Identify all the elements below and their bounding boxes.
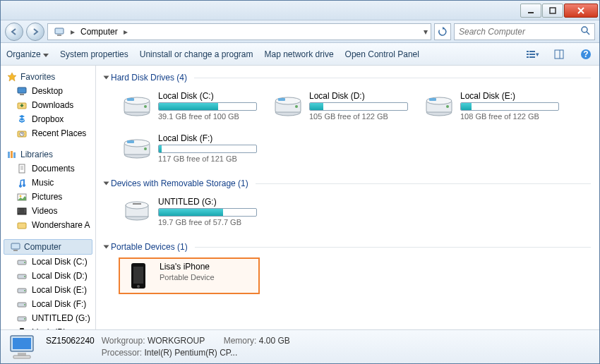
sidebar-item-label: Music [32,178,54,188]
drive-icon [272,91,304,119]
svg-rect-23 [11,151,13,158]
sidebar-item-label: Recent Places [32,128,86,138]
system-properties-button[interactable]: System properties [60,49,128,59]
address-bar[interactable]: ▸ Computer ▸ ▾ [47,23,431,40]
portable-section-header[interactable]: Portable Devices (1) [104,239,591,255]
drive-item[interactable]: Local Disk (E:)108 GB free of 122 GB [421,88,562,123]
drive-name: Local Disk (D:) [309,91,408,101]
sidebar-item-pictures[interactable]: Pictures [1,190,95,204]
drive-item[interactable]: Local Disk (D:)105 GB free of 122 GB [270,88,411,123]
svg-rect-36 [25,210,25,211]
svg-rect-18 [20,94,24,95]
sidebar-item-disk-c[interactable]: Local Disk (C:) [1,255,95,269]
svg-point-72 [144,147,147,150]
svg-rect-0 [528,12,534,13]
sidebar-item-label: Local Disk (E:) [32,285,87,295]
svg-rect-6 [527,51,529,52]
map-drive-button[interactable]: Map network drive [265,49,334,59]
control-panel-button[interactable]: Open Control Panel [345,49,419,59]
videos-icon [16,205,28,217]
portable-device-item[interactable]: Lisa's iPhonePortable Device [119,257,260,294]
free-space-text: 117 GB free of 121 GB [158,154,257,163]
processor-label: Processor: [102,348,142,358]
phone-icon [123,262,154,290]
drive-item[interactable]: UNTITLED (G:)19.7 GB free of 57.7 GB [119,194,260,229]
svg-rect-81 [13,338,31,349]
collapse-icon [104,245,109,249]
drive-icon [121,197,152,225]
svg-rect-24 [13,152,16,158]
computer-header[interactable]: Computer [4,239,92,255]
chevron-right-icon[interactable]: ▸ [69,27,76,37]
back-button[interactable] [5,23,23,41]
organize-menu[interactable]: Organize [6,49,49,59]
sidebar-item-disk-e[interactable]: Local Disk (E:) [1,283,95,297]
libraries-label: Libraries [20,150,53,159]
refresh-button[interactable] [434,23,451,40]
svg-rect-32 [18,209,19,210]
usage-bar [158,102,257,111]
explorer-window: ▸ Computer ▸ ▾ Organize System propertie… [0,0,600,364]
drive-item[interactable]: Local Disk (F:)117 GB free of 121 GB [119,131,260,166]
svg-text:?: ? [583,49,588,59]
status-bar: SZ15062240 Workgroup: WORKGROUP Memory: … [1,329,599,363]
titlebar [1,1,599,20]
portable-section: Portable Devices (1) Lisa's iPhonePortab… [104,239,591,297]
sidebar-item-disk-g[interactable]: UNTITLED (G:) [1,311,95,325]
close-button[interactable] [564,4,598,18]
sidebar-item-dropbox[interactable]: Dropbox [1,112,95,126]
content-pane: Hard Disk Drives (4) Local Disk (C:)39.1… [96,66,599,329]
workgroup-value: WORKGROUP [148,336,205,346]
favorites-header[interactable]: Favorites [1,70,95,84]
sidebar-item-music[interactable]: Music [1,176,95,190]
maximize-button[interactable] [542,4,563,18]
computer-icon[interactable] [49,24,69,40]
section-label: Devices with Removable Storage (1) [111,178,248,188]
hdd-section-header[interactable]: Hard Disk Drives (4) [104,70,591,85]
svg-point-57 [144,105,147,108]
libraries-header[interactable]: Libraries [1,147,95,162]
svg-rect-25 [19,164,25,173]
divider [195,247,591,248]
uninstall-program-button[interactable]: Uninstall or change a program [140,49,253,59]
dropbox-icon [16,114,28,125]
search-input[interactable] [459,27,590,37]
preview-pane-button[interactable] [551,47,567,62]
svg-rect-39 [11,243,20,249]
sidebar-item-label: Desktop [32,86,63,96]
help-button[interactable]: ? [578,47,594,62]
sidebar-item-downloads[interactable]: Downloads [1,98,95,112]
sidebar-item-documents[interactable]: Documents [1,162,95,176]
sidebar-item-recent[interactable]: Recent Places [1,126,95,140]
minimize-button[interactable] [520,4,541,18]
removable-drives: UNTITLED (G:)19.7 GB free of 57.7 GB [104,191,591,232]
free-space-text: 19.7 GB free of 57.7 GB [158,218,257,226]
forward-button[interactable] [26,23,44,41]
sidebar-item-desktop[interactable]: Desktop [1,84,95,98]
free-space-text: 39.1 GB free of 100 GB [158,112,257,121]
favorites-label: Favorites [20,72,55,82]
hdd-section: Hard Disk Drives (4) Local Disk (C:)39.1… [104,70,591,169]
pictures-icon [16,191,28,202]
view-options-button[interactable]: ▾ [524,47,540,62]
history-dropdown-icon[interactable]: ▾ [422,27,429,37]
sidebar-item-wondershare[interactable]: Wondershare A [1,218,95,232]
search-icon[interactable] [580,25,590,37]
sidebar-item-label: Local Disk (F:) [32,299,86,309]
section-label: Hard Disk Drives (4) [111,73,187,83]
breadcrumb-computer[interactable]: Computer [76,24,122,40]
svg-rect-1 [550,8,556,13]
chevron-right-icon[interactable]: ▸ [122,27,129,37]
removable-section-header[interactable]: Devices with Removable Storage (1) [104,176,591,191]
svg-rect-71 [127,140,134,143]
sidebar-item-disk-d[interactable]: Local Disk (D:) [1,269,95,283]
sidebar-item-disk-f[interactable]: Local Disk (F:) [1,297,95,311]
disk-icon [16,270,28,281]
drive-item[interactable]: Local Disk (C:)39.1 GB free of 100 GB [119,88,260,123]
sidebar-item-videos[interactable]: Videos [1,204,95,218]
svg-point-30 [20,195,22,198]
folder-icon [16,219,28,231]
chevron-down-icon [43,54,49,57]
sidebar-item-label: Downloads [32,100,73,110]
search-box[interactable] [454,23,595,40]
